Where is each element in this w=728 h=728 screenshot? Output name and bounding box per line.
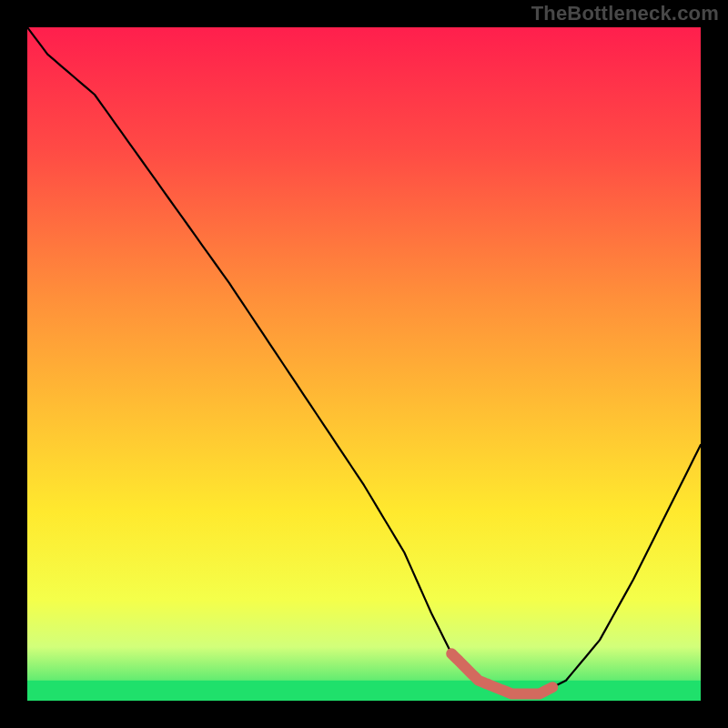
green-baseline-band: [27, 681, 701, 701]
watermark-text: TheBottleneck.com: [531, 2, 719, 25]
bottleneck-chart: [27, 27, 701, 701]
gradient-background: [27, 27, 701, 701]
chart-frame: TheBottleneck.com: [0, 0, 728, 728]
plot-area: [27, 27, 701, 701]
